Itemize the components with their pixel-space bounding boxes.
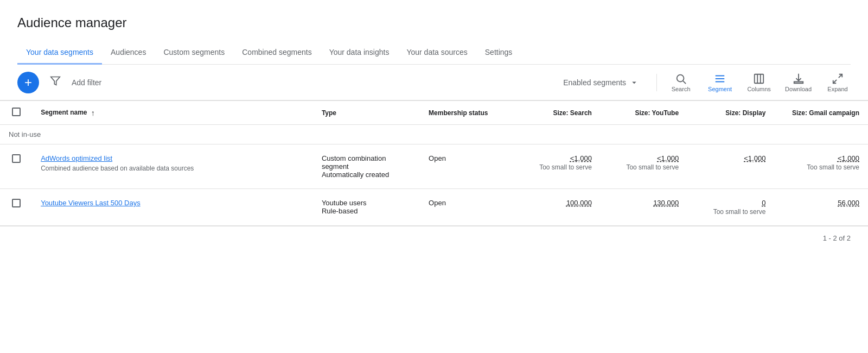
segment-filter-dropdown[interactable]: Enabled segments	[557, 73, 646, 92]
cell-segment-name-youtube: Youtube Viewers Last 500 Days	[32, 189, 313, 226]
add-filter-label: Add filter	[72, 78, 308, 87]
search-action-label: Search	[672, 86, 691, 92]
tab-audiences[interactable]: Audiences	[102, 41, 155, 65]
type-line1-youtube: Youtube users	[322, 199, 411, 207]
size-youtube-value-adwords[interactable]: <1,000	[657, 154, 679, 162]
toolbar-divider	[656, 74, 657, 91]
svg-rect-3	[716, 75, 725, 76]
cell-type-adwords: Custom combination segment Automatically…	[313, 144, 420, 189]
segment-sub-adwords: Combined audience based on available dat…	[41, 165, 304, 172]
th-segment-name[interactable]: Segment name ↑	[32, 101, 313, 125]
segment-name-link-adwords[interactable]: AdWords optimized list	[41, 154, 304, 162]
tab-your-data-sources[interactable]: Your data sources	[398, 41, 476, 65]
cell-membership-adwords: Open	[420, 144, 514, 189]
size-search-sub-adwords: Too small to serve	[522, 163, 592, 171]
expand-action[interactable]: Expand	[825, 73, 851, 92]
filter-icon[interactable]	[46, 71, 65, 93]
cell-size-youtube-youtube: 130,000	[601, 189, 687, 226]
cell-size-display-youtube: 0 Too small to serve	[687, 189, 774, 226]
columns-action[interactable]: Columns	[746, 73, 772, 92]
svg-point-1	[677, 74, 684, 81]
page-title: Audience manager	[17, 15, 851, 30]
svg-rect-5	[716, 81, 725, 82]
table-row: Youtube Viewers Last 500 Days Youtube us…	[0, 189, 868, 226]
size-display-value-adwords[interactable]: <1,000	[744, 154, 765, 162]
size-gmail-sub-adwords: Too small to serve	[783, 163, 859, 171]
cell-size-gmail-adwords: <1,000 Too small to serve	[774, 144, 868, 189]
segment-filter-label: Enabled segments	[563, 78, 626, 87]
type-line2-youtube: Rule-based	[322, 207, 411, 215]
row-checkbox-youtube[interactable]	[12, 199, 21, 207]
svg-line-10	[833, 79, 837, 83]
toolbar: + Add filter Enabled segments Search	[0, 65, 868, 100]
th-checkbox	[0, 101, 32, 125]
svg-rect-4	[716, 78, 725, 79]
size-youtube-value-youtube[interactable]: 130,000	[653, 199, 679, 207]
toolbar-actions: Search Segment Columns	[668, 73, 851, 92]
cell-size-search-youtube: 100,000	[514, 189, 601, 226]
th-size-gmail: Size: Gmail campaign	[774, 101, 868, 125]
th-size-youtube: Size: YouTube	[601, 101, 687, 125]
size-search-value-adwords[interactable]: <1,000	[570, 154, 592, 162]
columns-action-label: Columns	[747, 86, 770, 92]
svg-line-9	[839, 74, 842, 77]
svg-marker-0	[51, 77, 60, 85]
segment-name-link-youtube[interactable]: Youtube Viewers Last 500 Days	[41, 199, 304, 207]
size-search-value-youtube[interactable]: 100,000	[566, 199, 592, 207]
segment-action-label: Segment	[708, 86, 732, 92]
size-display-top-youtube[interactable]: 0	[762, 199, 765, 207]
sort-icon: ↑	[91, 109, 95, 117]
size-youtube-sub-adwords: Too small to serve	[609, 163, 679, 171]
tab-combined-segments[interactable]: Combined segments	[233, 41, 320, 65]
th-size-display: Size: Display	[687, 101, 774, 125]
type-line1-adwords: Custom combination segment	[322, 154, 411, 171]
tab-your-data-insights[interactable]: Your data insights	[321, 41, 398, 65]
segment-action[interactable]: Segment	[707, 73, 733, 92]
th-segment-name-label: Segment name	[41, 109, 87, 116]
cell-segment-name-adwords: AdWords optimized list Combined audience…	[32, 144, 313, 189]
page-container: Audience manager Your data segments Audi…	[0, 0, 868, 353]
type-line2-adwords: Automatically created	[322, 171, 411, 179]
cell-type-youtube: Youtube users Rule-based	[313, 189, 420, 226]
table-row: AdWords optimized list Combined audience…	[0, 144, 868, 189]
segments-table: Segment name ↑ Type Membership status Si…	[0, 100, 868, 226]
group-label-not-in-use: Not in-use	[0, 125, 868, 144]
group-label-text: Not in-use	[0, 125, 868, 144]
th-size-search: Size: Search	[514, 101, 601, 125]
pagination-label: 1 - 2 of 2	[823, 234, 851, 242]
row-checkbox-adwords[interactable]	[12, 154, 21, 163]
svg-line-2	[683, 81, 686, 84]
cell-size-display-adwords: <1,000	[687, 144, 774, 189]
download-action[interactable]: Download	[785, 73, 812, 92]
row-checkbox-cell	[0, 144, 32, 189]
download-action-label: Download	[785, 86, 812, 92]
row-checkbox-cell	[0, 189, 32, 226]
select-all-checkbox[interactable]	[12, 108, 21, 116]
th-type: Type	[313, 101, 420, 125]
tabs-nav: Your data segments Audiences Custom segm…	[17, 41, 851, 65]
header: Audience manager Your data segments Audi…	[0, 0, 868, 65]
size-display-sub-youtube: Too small to serve	[696, 208, 765, 216]
svg-rect-6	[755, 74, 764, 83]
cell-size-youtube-adwords: <1,000 Too small to serve	[601, 144, 687, 189]
cell-membership-youtube: Open	[420, 189, 514, 226]
add-button[interactable]: +	[17, 72, 39, 93]
search-action[interactable]: Search	[668, 73, 694, 92]
cell-size-gmail-youtube: 56,000	[774, 189, 868, 226]
size-gmail-value-youtube[interactable]: 56,000	[838, 199, 859, 207]
cell-size-search-adwords: <1,000 Too small to serve	[514, 144, 601, 189]
size-gmail-value-adwords[interactable]: <1,000	[838, 154, 859, 162]
expand-action-label: Expand	[827, 86, 847, 92]
table-container: Segment name ↑ Type Membership status Si…	[0, 100, 868, 226]
tab-your-data-segments[interactable]: Your data segments	[17, 41, 102, 65]
tab-settings[interactable]: Settings	[476, 41, 521, 65]
tab-custom-segments[interactable]: Custom segments	[155, 41, 233, 65]
pagination: 1 - 2 of 2	[0, 226, 868, 250]
th-membership-status: Membership status	[420, 101, 514, 125]
